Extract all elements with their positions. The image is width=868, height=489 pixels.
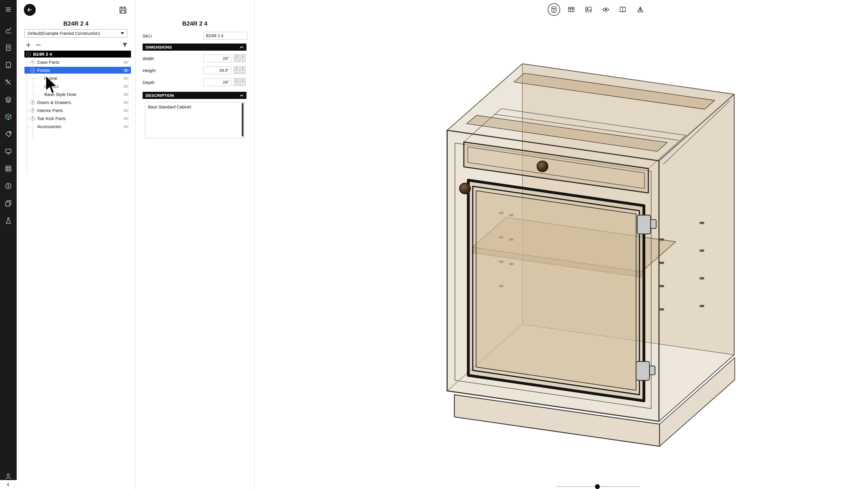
tree-row-fronts[interactable]: − Fronts	[17, 66, 135, 74]
increment-button[interactable]: +	[240, 78, 246, 82]
height-stepper: + + − −	[234, 66, 246, 74]
tree-row-frame[interactable]: Frame	[17, 74, 135, 82]
sku-input[interactable]	[203, 32, 247, 40]
increment-button[interactable]: +	[234, 66, 239, 70]
height-input[interactable]	[203, 66, 231, 74]
dollar-icon[interactable]: $	[2, 180, 14, 192]
tree-row-drawer[interactable]: Drawer	[17, 82, 135, 90]
tree-row-label: B24R 2 4	[33, 52, 52, 57]
cube-icon[interactable]	[2, 111, 14, 123]
visibility-eye-icon[interactable]	[123, 85, 129, 88]
chevron-up-icon	[240, 46, 244, 49]
collapse-expander-icon[interactable]: −	[30, 68, 35, 73]
decrement-button[interactable]: −	[240, 82, 246, 86]
expander-placeholder	[37, 76, 42, 81]
collapse-expander-icon[interactable]: −	[26, 52, 31, 56]
tree-row-label: Accessories	[37, 124, 61, 129]
decrement-button[interactable]: −	[240, 70, 246, 74]
expand-expander-icon[interactable]: +	[30, 100, 35, 105]
decrement-button[interactable]: −	[234, 82, 239, 86]
decrement-button[interactable]: −	[240, 58, 246, 62]
description-text: Base Standard Cabinet	[148, 104, 240, 110]
cabinet-3d-model[interactable]	[255, 0, 868, 489]
chevron-down-icon	[121, 32, 124, 34]
properties-panel-title: B24R 2 4	[135, 20, 254, 27]
tree-row-toe-kick-parts[interactable]: + Toe Kick Parts	[17, 114, 135, 122]
svg-text:$: $	[7, 184, 9, 188]
chart-icon[interactable]	[2, 24, 14, 36]
tree-row-label: Case Parts	[37, 60, 59, 65]
tree-row-label: Base Style Door	[44, 92, 76, 97]
height-field-row: Height + + − −	[143, 66, 246, 75]
tree-row-interior-parts[interactable]: + Interior Parts	[17, 106, 135, 114]
description-section-header[interactable]: DESCRIPTION	[143, 92, 246, 99]
properties-panel: B24R 2 4 SKU DIMENSIONS Width + + − − He…	[135, 0, 254, 489]
collapse-icon[interactable]	[0, 480, 17, 489]
tree-row-root[interactable]: − B24R 2 4	[17, 50, 135, 58]
tag-icon[interactable]	[2, 128, 14, 140]
document-icon[interactable]	[2, 42, 14, 54]
expand-expander-icon[interactable]: +	[30, 116, 35, 121]
add-button[interactable]	[24, 41, 32, 49]
tree-row-case-parts[interactable]: + Case Parts	[17, 58, 135, 66]
increment-button[interactable]: +	[234, 54, 239, 58]
description-scrollbar[interactable]	[242, 103, 244, 137]
zoom-slider[interactable]	[555, 484, 640, 489]
zoom-slider-knob[interactable]	[595, 484, 600, 489]
increment-button[interactable]: +	[240, 54, 246, 58]
preset-dropdown-value: Default(Example Framed Construction)	[28, 31, 100, 36]
expander-placeholder	[37, 84, 42, 88]
visibility-eye-icon[interactable]	[123, 101, 129, 104]
visibility-eye-icon[interactable]	[123, 117, 129, 120]
tree-row-base-style-door[interactable]: Base Style Door	[17, 90, 135, 98]
decrement-button[interactable]: −	[234, 58, 239, 62]
width-stepper: + + − −	[234, 54, 246, 62]
increment-button[interactable]: +	[240, 66, 246, 70]
tree-row-accessories[interactable]: Accessories	[17, 122, 135, 131]
tree-toolbar	[24, 41, 129, 49]
description-textarea[interactable]: Base Standard Cabinet	[145, 102, 244, 138]
remove-button[interactable]	[34, 41, 42, 49]
expand-expander-icon[interactable]: +	[30, 108, 35, 113]
width-field-row: Width + + − −	[143, 54, 246, 63]
tree-row-doors-drawers[interactable]: + Doors & Drawers	[17, 98, 135, 106]
decrement-button[interactable]: −	[234, 70, 239, 74]
depth-stepper: + + − −	[234, 78, 246, 86]
depth-label: Depth	[143, 80, 154, 85]
visibility-eye-icon[interactable]	[123, 93, 129, 96]
save-button[interactable]	[117, 4, 129, 16]
sku-label: SKU	[143, 33, 152, 38]
construction-preset-dropdown[interactable]: Default(Example Framed Construction)	[24, 29, 127, 37]
card-icon[interactable]	[2, 59, 14, 71]
visibility-eye-icon[interactable]	[123, 68, 129, 72]
tools-icon[interactable]	[2, 76, 14, 88]
depth-input[interactable]	[203, 78, 231, 86]
increment-button[interactable]: +	[234, 78, 239, 82]
tree-row-label: Drawer	[44, 84, 59, 89]
copy-icon[interactable]	[2, 197, 14, 209]
dimensions-header-label: DIMENSIONS	[146, 45, 172, 50]
description-header-label: DESCRIPTION	[146, 93, 174, 98]
tree-panel-title: B24R 2 4	[17, 20, 135, 27]
menu-icon[interactable]	[2, 4, 14, 16]
depth-field-row: Depth + + − −	[143, 78, 246, 86]
back-button[interactable]	[24, 4, 36, 16]
width-input[interactable]	[203, 55, 231, 62]
assembly-tree-panel: B24R 2 4 Default(Example Framed Construc…	[17, 0, 135, 489]
visibility-eye-icon[interactable]	[123, 60, 129, 64]
tree-row-label: Fronts	[37, 68, 50, 73]
dimensions-section-header[interactable]: DIMENSIONS	[143, 44, 246, 51]
visibility-eye-icon[interactable]	[123, 77, 129, 80]
layers-icon[interactable]	[2, 93, 14, 106]
flask-icon[interactable]	[2, 214, 14, 227]
3d-viewport[interactable]	[255, 0, 868, 489]
left-icon-rail: $	[0, 0, 17, 489]
visibility-eye-icon[interactable]	[123, 125, 129, 128]
visibility-eye-icon[interactable]	[123, 109, 129, 112]
expand-expander-icon[interactable]: +	[30, 60, 35, 64]
monitor-icon[interactable]	[2, 145, 14, 157]
tree-row-label: Toe Kick Parts	[37, 116, 66, 121]
filter-icon[interactable]	[121, 41, 129, 49]
chevron-up-icon	[240, 94, 244, 97]
grid-icon[interactable]	[2, 163, 14, 175]
